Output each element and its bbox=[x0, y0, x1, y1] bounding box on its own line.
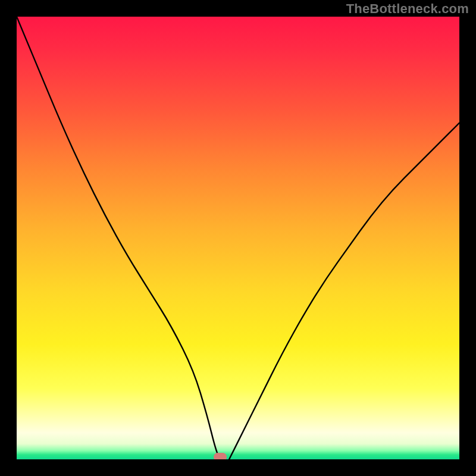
watermark-text: TheBottleneck.com bbox=[346, 1, 469, 17]
curve-path bbox=[17, 17, 459, 459]
chart-frame: TheBottleneck.com bbox=[0, 0, 476, 476]
bottleneck-curve bbox=[17, 17, 459, 459]
plot-area bbox=[17, 17, 459, 459]
optimum-marker bbox=[214, 453, 227, 459]
